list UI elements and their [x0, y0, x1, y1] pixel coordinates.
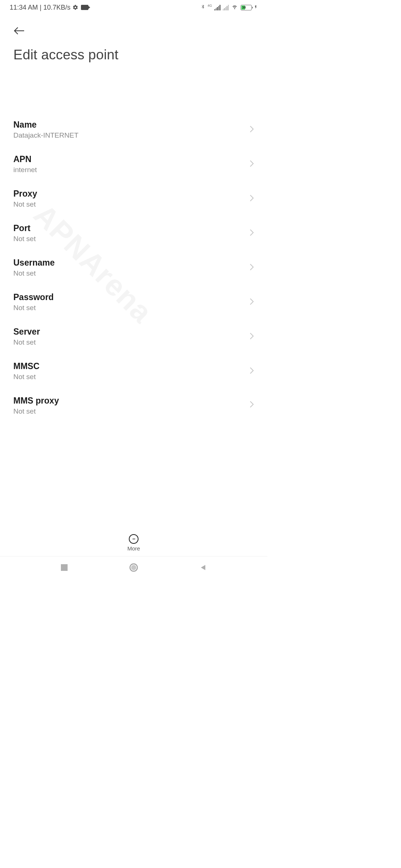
chevron-right-icon	[250, 125, 254, 134]
status-bar: 11:34 AM | 10.7KB/s 4G 38	[0, 0, 267, 15]
gear-icon	[72, 4, 78, 10]
chevron-right-icon	[250, 298, 254, 307]
setting-label: MMS proxy	[13, 396, 59, 406]
setting-item-proxy[interactable]: Proxy Not set	[0, 181, 267, 216]
wifi-icon	[231, 4, 238, 11]
bottom-action-bar: ··· More	[0, 530, 267, 556]
setting-value: Not set	[13, 200, 37, 208]
chevron-right-icon	[250, 229, 254, 238]
back-button[interactable]	[13, 25, 25, 37]
setting-item-mmsc[interactable]: MMSC Not set	[0, 354, 267, 388]
setting-label: APN	[13, 154, 37, 164]
chevron-right-icon	[250, 332, 254, 341]
setting-item-username[interactable]: Username Not set	[0, 250, 267, 285]
status-right: 4G 38	[200, 3, 258, 12]
settings-list: APNArena Name Datajack-INTERNET APN inte…	[0, 78, 267, 530]
network-type-label: 4G	[208, 4, 212, 7]
signal-strength-icon	[214, 5, 221, 10]
setting-value: Not set	[13, 304, 54, 312]
setting-label: Port	[13, 223, 36, 233]
camera-icon	[81, 5, 88, 10]
chevron-right-icon	[250, 160, 254, 169]
svg-point-3	[131, 565, 136, 570]
nav-home-button[interactable]	[128, 562, 140, 573]
setting-value: internet	[13, 166, 37, 174]
nav-recent-button[interactable]	[58, 562, 70, 573]
setting-label: Name	[13, 120, 78, 130]
setting-item-apn[interactable]: APN internet	[0, 147, 267, 181]
setting-label: Username	[13, 258, 55, 268]
status-data-rate: 10.7KB/s	[43, 4, 71, 11]
chevron-right-icon	[250, 194, 254, 203]
system-nav-bar	[0, 556, 267, 579]
chevron-right-icon	[250, 401, 254, 410]
setting-label: Password	[13, 292, 54, 302]
setting-value: Not set	[13, 338, 40, 346]
setting-value: Datajack-INTERNET	[13, 131, 78, 139]
setting-value: Not set	[13, 373, 39, 381]
status-separator: |	[40, 4, 42, 11]
status-time: 11:34 AM	[10, 4, 38, 11]
page-title: Edit access point	[13, 47, 254, 63]
nav-back-button[interactable]	[197, 562, 209, 573]
more-label: More	[127, 545, 140, 552]
setting-item-server[interactable]: Server Not set	[0, 319, 267, 354]
more-button[interactable]: ··· More	[127, 534, 140, 552]
setting-label: MMSC	[13, 361, 39, 371]
setting-item-mms-proxy[interactable]: MMS proxy Not set	[0, 388, 267, 421]
svg-marker-4	[201, 565, 205, 570]
charging-icon	[254, 4, 258, 11]
setting-label: Server	[13, 327, 40, 337]
signal-strength-icon-sim2	[223, 5, 229, 10]
battery-icon: 38	[241, 5, 252, 10]
chevron-right-icon	[250, 263, 254, 272]
status-left: 11:34 AM | 10.7KB/s	[10, 4, 88, 11]
chevron-right-icon	[250, 367, 254, 376]
setting-item-port[interactable]: Port Not set	[0, 216, 267, 250]
setting-value: Not set	[13, 269, 55, 277]
setting-item-name[interactable]: Name Datajack-INTERNET	[0, 112, 267, 147]
setting-label: Proxy	[13, 189, 37, 199]
more-icon: ···	[129, 534, 138, 544]
bluetooth-icon	[200, 3, 205, 12]
setting-value: Not set	[13, 235, 36, 243]
svg-rect-1	[61, 564, 68, 571]
setting-value: Not set	[13, 407, 59, 414]
header: Edit access point	[0, 15, 267, 78]
setting-item-password[interactable]: Password Not set	[0, 285, 267, 319]
